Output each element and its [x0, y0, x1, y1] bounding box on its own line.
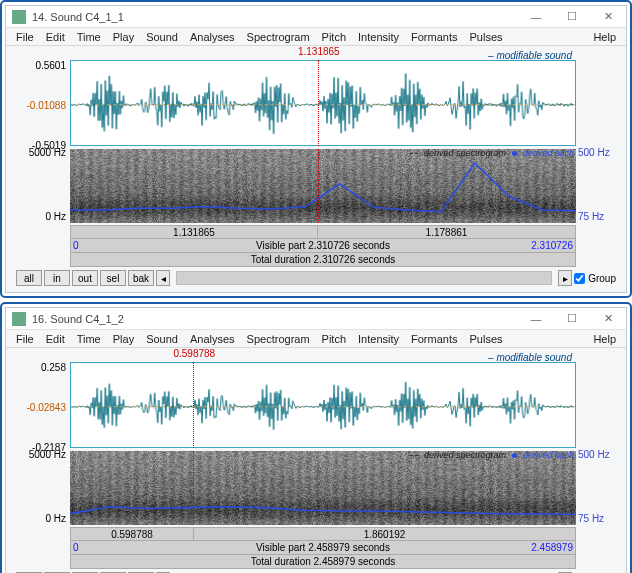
total-duration-label: Total duration 2.458979 seconds — [251, 556, 396, 567]
spec-dash-icon — [410, 455, 418, 456]
menu-sound[interactable]: Sound — [140, 333, 184, 345]
bak-button[interactable]: bak — [128, 270, 154, 286]
cursor-line-icon[interactable] — [318, 149, 319, 223]
menu-time[interactable]: Time — [71, 31, 107, 43]
menu-formants[interactable]: Formants — [405, 31, 463, 43]
menu-help[interactable]: Help — [587, 31, 622, 43]
wave-legend: – modifiable sound — [488, 352, 572, 363]
out-button[interactable]: out — [72, 270, 98, 286]
menu-edit[interactable]: Edit — [40, 333, 71, 345]
group-checkbox[interactable]: Group — [574, 273, 616, 284]
wave-ymid: -0.01088 — [27, 100, 66, 111]
spectrogram-canvas[interactable] — [70, 451, 576, 525]
sel-button[interactable]: sel — [100, 270, 126, 286]
time-segments-bar[interactable]: 1.131865 1.178861 — [70, 225, 576, 239]
menubar: FileEditTimePlaySoundAnalysesSpectrogram… — [6, 330, 626, 348]
group-checkbox-input[interactable] — [574, 273, 585, 284]
menu-pulses[interactable]: Pulses — [464, 31, 509, 43]
visible-part-bar[interactable]: 0 Visible part 2.458979 seconds 2.458979 — [70, 541, 576, 555]
pitch-high-label: 500 Hz — [578, 449, 610, 460]
visible-part-label: Visible part 2.310726 seconds — [256, 240, 390, 251]
sound-window: 16. Sound C4_1_2 — ☐ ✕ FileEditTimePlayS… — [5, 307, 627, 573]
time-seg-right[interactable]: 1.178861 — [318, 226, 575, 238]
horizontal-scrollbar[interactable] — [176, 271, 552, 285]
spec-legend: derived spectrogram derived pitch — [410, 450, 574, 460]
titlebar[interactable]: 14. Sound C4_1_1 — ☐ ✕ — [6, 6, 626, 28]
spec-high-label: 5000 Hz — [29, 449, 66, 460]
sound-window: 14. Sound C4_1_1 — ☐ ✕ FileEditTimePlayS… — [5, 5, 627, 293]
menu-time[interactable]: Time — [71, 333, 107, 345]
minimize-button[interactable]: — — [518, 6, 554, 28]
visible-start: 0 — [73, 542, 79, 553]
visible-part-label: Visible part 2.458979 seconds — [256, 542, 390, 553]
menu-sound[interactable]: Sound — [140, 31, 184, 43]
total-duration-bar[interactable]: Total duration 2.458979 seconds — [70, 555, 576, 569]
menu-play[interactable]: Play — [107, 31, 140, 43]
menu-file[interactable]: File — [10, 333, 40, 345]
spec-low-label: 0 Hz — [45, 211, 66, 222]
close-button[interactable]: ✕ — [590, 6, 626, 28]
menu-analyses[interactable]: Analyses — [184, 333, 241, 345]
menu-formants[interactable]: Formants — [405, 333, 463, 345]
close-button[interactable]: ✕ — [590, 308, 626, 330]
in-button[interactable]: in — [44, 270, 70, 286]
menu-intensity[interactable]: Intensity — [352, 31, 405, 43]
time-segments-bar[interactable]: 0.598788 1.860192 — [70, 527, 576, 541]
menu-file[interactable]: File — [10, 31, 40, 43]
cursor-time-label: 0.598788 — [173, 348, 215, 359]
scroll-left-button[interactable]: ◂ — [156, 270, 170, 286]
spec-legend: derived spectrogram derived pitch — [410, 148, 574, 158]
menubar: FileEditTimePlaySoundAnalysesSpectrogram… — [6, 28, 626, 46]
app-icon — [12, 312, 26, 326]
app-icon — [12, 10, 26, 24]
pitch-low-label: 75 Hz — [578, 513, 604, 524]
time-seg-right[interactable]: 1.860192 — [194, 528, 575, 540]
cursor-line-icon[interactable] — [318, 60, 319, 146]
maximize-button[interactable]: ☐ — [554, 308, 590, 330]
minimize-button[interactable]: — — [518, 308, 554, 330]
menu-spectrogram[interactable]: Spectrogram — [241, 333, 316, 345]
menu-pitch[interactable]: Pitch — [316, 31, 352, 43]
spec-dash-icon — [410, 153, 418, 154]
pitch-low-label: 75 Hz — [578, 211, 604, 222]
menu-pulses[interactable]: Pulses — [464, 333, 509, 345]
total-duration-label: Total duration 2.310726 seconds — [251, 254, 396, 265]
menu-analyses[interactable]: Analyses — [184, 31, 241, 43]
menu-spectrogram[interactable]: Spectrogram — [241, 31, 316, 43]
spec-high-label: 5000 Hz — [29, 147, 66, 158]
menu-play[interactable]: Play — [107, 333, 140, 345]
window-title: 16. Sound C4_1_2 — [32, 313, 518, 325]
wave-legend: – modifiable sound — [488, 50, 572, 61]
total-duration-bar[interactable]: Total duration 2.310726 seconds — [70, 253, 576, 267]
wave-ymax: 0.258 — [41, 362, 66, 373]
visible-end: 2.310726 — [531, 240, 573, 251]
visible-end: 2.458979 — [531, 542, 573, 553]
wave-ymax: 0.5601 — [35, 60, 66, 71]
menu-help[interactable]: Help — [587, 333, 622, 345]
time-seg-left[interactable]: 1.131865 — [71, 226, 318, 238]
spectrogram-canvas[interactable] — [70, 149, 576, 223]
pitch-dot-icon — [512, 151, 517, 156]
all-button[interactable]: all — [16, 270, 42, 286]
menu-edit[interactable]: Edit — [40, 31, 71, 43]
cursor-line-icon[interactable] — [193, 451, 194, 525]
spec-low-label: 0 Hz — [45, 513, 66, 524]
time-seg-left[interactable]: 0.598788 — [71, 528, 194, 540]
waveform-canvas[interactable] — [70, 60, 576, 146]
visible-part-bar[interactable]: 0 Visible part 2.310726 seconds 2.310726 — [70, 239, 576, 253]
titlebar[interactable]: 16. Sound C4_1_2 — ☐ ✕ — [6, 308, 626, 330]
wave-ymid: -0.02843 — [27, 402, 66, 413]
scroll-right-button[interactable]: ▸ — [558, 270, 572, 286]
cursor-time-label: 1.131865 — [298, 46, 340, 57]
window-title: 14. Sound C4_1_1 — [32, 11, 518, 23]
menu-intensity[interactable]: Intensity — [352, 333, 405, 345]
visible-start: 0 — [73, 240, 79, 251]
maximize-button[interactable]: ☐ — [554, 6, 590, 28]
pitch-high-label: 500 Hz — [578, 147, 610, 158]
waveform-canvas[interactable] — [70, 362, 576, 448]
pitch-dot-icon — [512, 453, 517, 458]
cursor-line-icon[interactable] — [193, 362, 194, 448]
menu-pitch[interactable]: Pitch — [316, 333, 352, 345]
